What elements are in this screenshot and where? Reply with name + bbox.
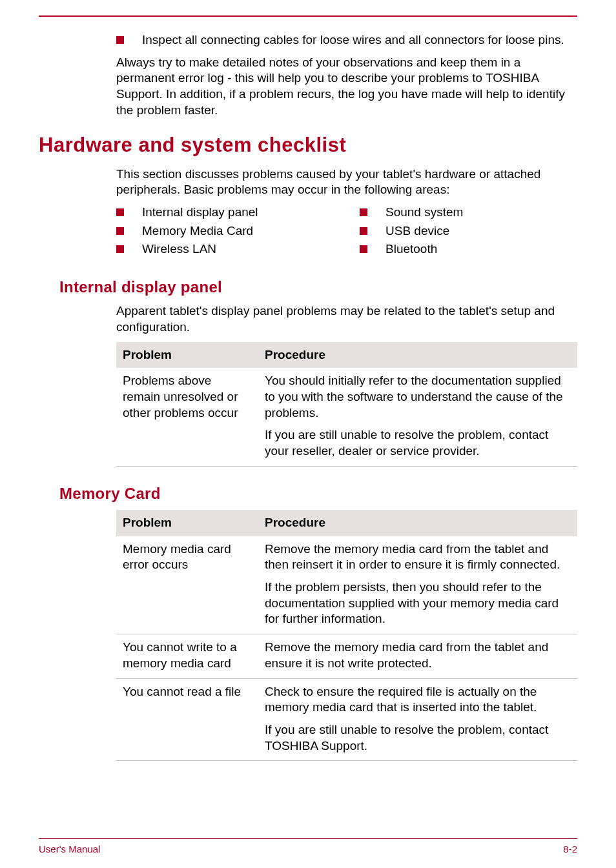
list-item: Bluetooth — [360, 241, 577, 257]
list-item: USB device — [360, 223, 577, 239]
procedure-text: You should initially refer to the docume… — [265, 373, 571, 421]
bullet-label: Bluetooth — [385, 241, 577, 257]
table-cell-procedure: Remove the memory media card from the ta… — [258, 536, 577, 634]
square-bullet-icon — [116, 208, 124, 216]
bullet-label: Wireless LAN — [142, 241, 334, 257]
memory-card-table: Problem Procedure Memory media card erro… — [116, 510, 577, 761]
page-footer: User's Manual 8-2 — [39, 838, 577, 856]
table-cell-procedure: Check to ensure the required file is act… — [258, 678, 577, 761]
table-cell-problem: Problems above remain unresolved or othe… — [116, 368, 258, 466]
hardware-bullets-left: Internal display panel Memory Media Card… — [116, 205, 334, 260]
table-header-row: Problem Procedure — [116, 342, 577, 368]
hardware-bullet-columns: Internal display panel Memory Media Card… — [116, 205, 577, 260]
list-item: Sound system — [360, 205, 577, 221]
procedure-text: If the problem persists, then you should… — [265, 580, 571, 627]
hardware-intro: This section discusses problems caused b… — [116, 167, 577, 198]
procedure-text: Remove the memory media card from the ta… — [265, 541, 571, 573]
square-bullet-icon — [360, 245, 367, 253]
table-header-row: Problem Procedure — [116, 510, 577, 536]
internal-display-heading: Internal display panel — [59, 277, 577, 297]
procedure-text: Check to ensure the required file is act… — [265, 684, 571, 716]
table-row: Problems above remain unresolved or othe… — [116, 368, 577, 466]
hardware-checklist-heading: Hardware and system checklist — [39, 132, 577, 158]
footer-left: User's Manual — [39, 843, 100, 856]
table-cell-procedure: Remove the memory media card from the ta… — [258, 634, 577, 678]
procedure-text: If you are still unable to resolve the p… — [265, 722, 571, 754]
bullet-label: Internal display panel — [142, 205, 334, 221]
square-bullet-icon — [116, 245, 124, 253]
table-cell-problem: Memory media card error occurs — [116, 536, 258, 634]
hardware-bullets-right: Sound system USB device Bluetooth — [360, 205, 577, 260]
internal-display-table: Problem Procedure Problems above remain … — [116, 342, 577, 467]
square-bullet-icon — [360, 227, 367, 235]
table-header-procedure: Procedure — [258, 342, 577, 368]
table-cell-problem: You cannot read a file — [116, 678, 258, 761]
table-cell-procedure: You should initially refer to the docume… — [258, 368, 577, 466]
square-bullet-icon — [360, 208, 367, 216]
memory-card-heading: Memory Card — [59, 483, 577, 503]
intro-bullet-row: Inspect all connecting cables for loose … — [116, 32, 577, 48]
table-header-procedure: Procedure — [258, 510, 577, 536]
square-bullet-icon — [116, 36, 124, 44]
square-bullet-icon — [116, 227, 124, 235]
header-rule — [39, 15, 577, 17]
procedure-text: If you are still unable to resolve the p… — [265, 427, 571, 459]
table-row: You cannot write to a memory media card … — [116, 634, 577, 678]
list-item: Memory Media Card — [116, 223, 334, 239]
footer-right: 8-2 — [563, 843, 577, 856]
internal-display-intro: Apparent tablet's display panel problems… — [116, 303, 577, 335]
table-row: You cannot read a file Check to ensure t… — [116, 678, 577, 761]
intro-paragraph: Always try to make detailed notes of you… — [116, 55, 577, 119]
bullet-label: Memory Media Card — [142, 223, 334, 239]
bullet-label: Sound system — [385, 205, 577, 221]
table-row: Memory media card error occurs Remove th… — [116, 536, 577, 634]
intro-bullet-text: Inspect all connecting cables for loose … — [142, 32, 577, 48]
procedure-text: Remove the memory media card from the ta… — [265, 640, 571, 671]
list-item: Internal display panel — [116, 205, 334, 221]
table-header-problem: Problem — [116, 510, 258, 536]
table-cell-problem: You cannot write to a memory media card — [116, 634, 258, 678]
table-header-problem: Problem — [116, 342, 258, 368]
list-item: Wireless LAN — [116, 241, 334, 257]
bullet-label: USB device — [385, 223, 577, 239]
